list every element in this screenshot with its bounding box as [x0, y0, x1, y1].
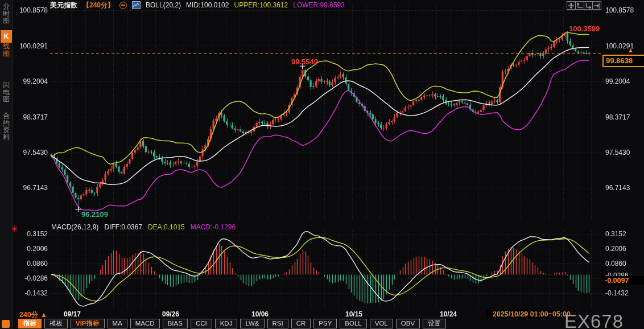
date-tick: 10/24 [435, 310, 461, 318]
sidebar-tab-kline-k: K [1, 30, 12, 43]
macd-tick-left: -0.1432 [14, 289, 48, 297]
last-bar-time: 2025/10/29 01:00~05:00 [486, 310, 571, 319]
toolbar-item-cr[interactable]: CR [291, 319, 311, 328]
toolbar-item-kdj[interactable]: KDJ [215, 319, 238, 328]
price-tick-right: 100.8578 [605, 6, 643, 14]
macd-tick-right: -0.1432 [605, 289, 643, 297]
date-tick: 09/17 [59, 310, 85, 318]
price-tick-right: 96.7143 [605, 184, 643, 192]
price-tick-left: 99.2004 [14, 77, 48, 85]
price-tick-right: 97.5430 [605, 149, 643, 157]
date-tick: 09/26 [158, 310, 184, 318]
current-price-box: 99.8638 [602, 55, 644, 67]
macd-dea-value: DEA:0.1015 [148, 223, 185, 231]
price-tick-left: 97.5430 [14, 149, 48, 157]
toolbar-item-obv[interactable]: OBV [396, 319, 420, 328]
toolbar-item-cci[interactable]: CCI [191, 319, 212, 328]
toolbar-item-rsi[interactable]: RSI [267, 319, 288, 328]
period-tag: 【240分】 [82, 1, 114, 10]
sidebar-tab-lightning[interactable]: 闪电图 [1, 81, 12, 103]
alert-icon[interactable] [11, 224, 18, 235]
watermark: EX678 [564, 311, 624, 329]
macd-tick-left: 0.3152 [14, 230, 48, 238]
macd-hist-value: MACD:-0.1296 [191, 223, 236, 231]
toolbar-item-lw[interactable]: LW& [240, 319, 264, 328]
price-tick-left: 100.0291 [14, 42, 48, 50]
date-tick: 10/15 [341, 310, 367, 318]
macd-diff-value: DIFF:0.0367 [104, 223, 142, 231]
boll-indicator-icon[interactable] [132, 1, 141, 9]
price-tick-left: 100.8578 [14, 6, 48, 14]
axis-zoom-right-button[interactable] [584, 1, 593, 10]
toolbar-item-settings[interactable]: 设置 [423, 319, 446, 328]
chart-header: 美元指数 【240分】 BOLL(20,2) MID:100.0102 UPPE… [50, 1, 345, 9]
macd-header: MACD(26,12,9) DIFF:0.0367 DEA:0.1015 MAC… [51, 223, 236, 231]
price-up-arrow-icon: ▲ [628, 47, 634, 54]
kline-chart-window: 分时图 K线图 闪电图 合约资料 美元指数 【240分】 BOLL(20,2) … [0, 0, 644, 329]
sidebar-tab-kline-rest: 线图 [3, 42, 10, 57]
macd-title: MACD(26,12,9) [51, 223, 98, 231]
date-tick: 10/06 [247, 310, 273, 318]
symbol-name: 美元指数 [50, 1, 77, 10]
jump-to-latest-button[interactable] [592, 1, 601, 10]
toolbar-item-template[interactable]: 模板 [44, 319, 68, 328]
period-label: 240分 [19, 311, 38, 319]
macd-tick-left: 0.2006 [14, 245, 48, 253]
boll-lower-value: LOWER:99.6593 [293, 1, 345, 9]
price-tick-right: 98.3717 [605, 113, 643, 121]
swing-high-label: 99.5549 [291, 57, 318, 66]
price-tick-left: 96.7143 [14, 184, 48, 192]
macd-tick-right: 0.2006 [605, 245, 643, 253]
indicator-toolbar: 指标 模板 VIP指标 MA MACD BIAS CCI KDJ LW& RSI… [18, 319, 446, 328]
toolbar-item-indicator[interactable]: 指标 [18, 319, 42, 328]
macd-tick-left: -0.0286 [14, 274, 48, 282]
boll-mid-value: MID:100.0102 [186, 1, 229, 9]
macd-tick-right: 0.0860 [605, 260, 643, 268]
toolbar-item-psy[interactable]: PSY [313, 319, 337, 328]
macd-tick-left: 0.0860 [14, 260, 48, 268]
boll-label: BOLL(20,2) [146, 1, 181, 9]
period-high-label: 100.3599 [569, 24, 600, 33]
chart-canvas[interactable] [0, 0, 644, 329]
price-tick-left: 98.3717 [14, 113, 48, 121]
macd-tick-right: 0.3152 [605, 230, 643, 238]
period-up-arrow-icon: ▲ [40, 311, 47, 319]
crosshair-tool-button[interactable] [567, 1, 576, 10]
chart-type-sidebar: 分时图 K线图 闪电图 合约资料 [0, 0, 13, 329]
toolbar-item-bias[interactable]: BIAS [163, 319, 188, 328]
toolbar-menu-icon[interactable] [2, 320, 10, 328]
toolbar-item-vol[interactable]: VOL [370, 319, 393, 328]
sidebar-tab-contract-info[interactable]: 合约资料 [1, 112, 12, 141]
toolbar-item-vip[interactable]: VIP指标 [71, 319, 105, 328]
price-tick-right: 100.0291 [605, 42, 643, 50]
price-tick-right: 99.2004 [605, 77, 643, 85]
sidebar-tab-kline[interactable]: K线图 [1, 30, 12, 57]
period-low-label: 96.2109 [81, 210, 108, 219]
toolbar-item-ma[interactable]: MA [108, 319, 127, 328]
axis-zoom-left-button[interactable] [575, 1, 584, 10]
collapse-indicator-icon[interactable] [119, 2, 127, 9]
toolbar-item-boll[interactable]: BOLL [340, 319, 366, 328]
toolbar-item-macd[interactable]: MACD [130, 319, 160, 328]
current-macd-box: -0.0097 [603, 276, 644, 285]
sidebar-tab-timeline[interactable]: 分时图 [1, 3, 12, 24]
boll-upper-value: UPPER:100.3612 [234, 1, 288, 9]
